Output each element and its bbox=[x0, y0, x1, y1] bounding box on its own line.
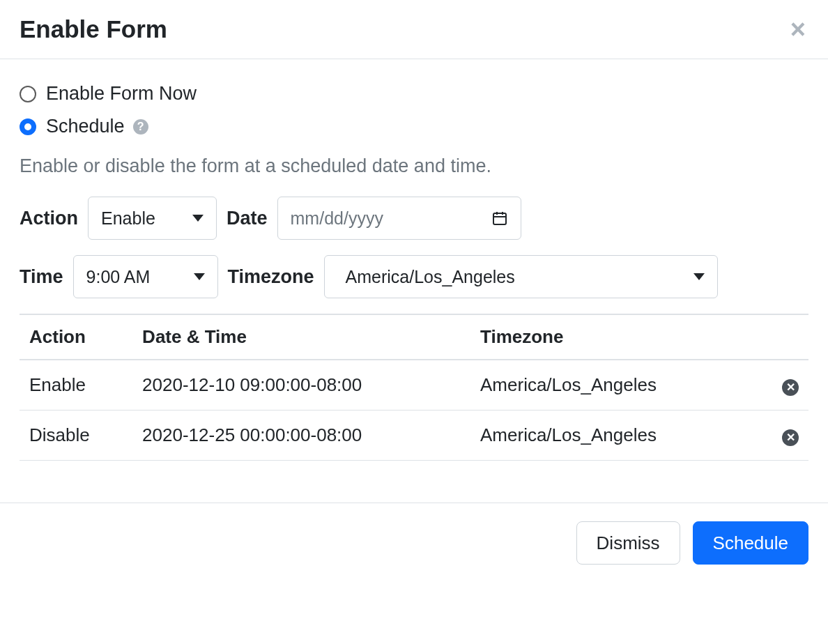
remove-icon[interactable]: ✕ bbox=[782, 429, 799, 446]
enable-form-modal: Enable Form × Enable Form Now Schedule ?… bbox=[0, 0, 828, 583]
option-schedule-label: Schedule bbox=[46, 116, 125, 137]
modal-header: Enable Form × bbox=[0, 0, 828, 59]
option-enable-now[interactable]: Enable Form Now bbox=[20, 83, 808, 105]
option-schedule[interactable]: Schedule ? bbox=[20, 116, 808, 137]
cell-action: Enable bbox=[20, 360, 132, 411]
option-enable-now-label: Enable Form Now bbox=[46, 83, 197, 105]
schedule-button[interactable]: Schedule bbox=[693, 521, 808, 565]
table-row: Enable 2020-12-10 09:00:00-08:00 America… bbox=[20, 360, 808, 411]
controls-row-1: Action Enable Date mm/dd/yyyy bbox=[20, 197, 808, 240]
timezone-select[interactable]: America/Los_Angeles bbox=[324, 255, 718, 298]
date-label: Date bbox=[227, 208, 268, 229]
dismiss-button[interactable]: Dismiss bbox=[576, 521, 680, 565]
cell-timezone: America/Los_Angeles bbox=[470, 411, 747, 461]
modal-title: Enable Form bbox=[20, 15, 167, 43]
time-select-value: 9:00 AM bbox=[86, 267, 151, 287]
chevron-down-icon bbox=[693, 273, 705, 280]
cell-timezone: America/Los_Angeles bbox=[470, 360, 747, 411]
col-timezone: Timezone bbox=[470, 314, 747, 360]
modal-footer: Dismiss Schedule bbox=[0, 503, 828, 583]
radio-checked-icon[interactable] bbox=[20, 118, 36, 135]
date-input-placeholder: mm/dd/yyyy bbox=[291, 208, 383, 229]
col-datetime: Date & Time bbox=[132, 314, 470, 360]
col-remove bbox=[747, 314, 808, 360]
cell-datetime: 2020-12-25 00:00:00-08:00 bbox=[132, 411, 470, 461]
timezone-select-value: America/Los_Angeles bbox=[346, 267, 515, 287]
table-row: Disable 2020-12-25 00:00:00-08:00 Americ… bbox=[20, 411, 808, 461]
col-action: Action bbox=[20, 314, 132, 360]
chevron-down-icon bbox=[192, 215, 204, 222]
cell-action: Disable bbox=[20, 411, 132, 461]
modal-body: Enable Form Now Schedule ? Enable or dis… bbox=[0, 59, 828, 468]
action-label: Action bbox=[20, 208, 78, 229]
cell-remove: ✕ bbox=[747, 411, 808, 461]
chevron-down-icon bbox=[194, 273, 205, 280]
radio-unchecked-icon[interactable] bbox=[20, 86, 36, 102]
schedule-description: Enable or disable the form at a schedule… bbox=[20, 155, 808, 177]
schedule-table: Action Date & Time Timezone Enable 2020-… bbox=[20, 314, 808, 461]
schedule-table-header-row: Action Date & Time Timezone bbox=[20, 314, 808, 360]
controls-row-2: Time 9:00 AM Timezone America/Los_Angele… bbox=[20, 255, 808, 298]
time-label: Time bbox=[20, 266, 63, 288]
cell-remove: ✕ bbox=[747, 360, 808, 411]
close-icon[interactable]: × bbox=[788, 16, 808, 43]
remove-icon[interactable]: ✕ bbox=[782, 379, 799, 396]
cell-datetime: 2020-12-10 09:00:00-08:00 bbox=[132, 360, 470, 411]
time-select[interactable]: 9:00 AM bbox=[73, 255, 218, 298]
calendar-icon[interactable] bbox=[491, 210, 508, 227]
action-select[interactable]: Enable bbox=[88, 197, 217, 240]
action-select-value: Enable bbox=[101, 208, 155, 229]
help-icon[interactable]: ? bbox=[133, 119, 148, 135]
date-input[interactable]: mm/dd/yyyy bbox=[277, 197, 521, 240]
svg-rect-0 bbox=[493, 213, 506, 224]
timezone-label: Timezone bbox=[228, 266, 314, 288]
